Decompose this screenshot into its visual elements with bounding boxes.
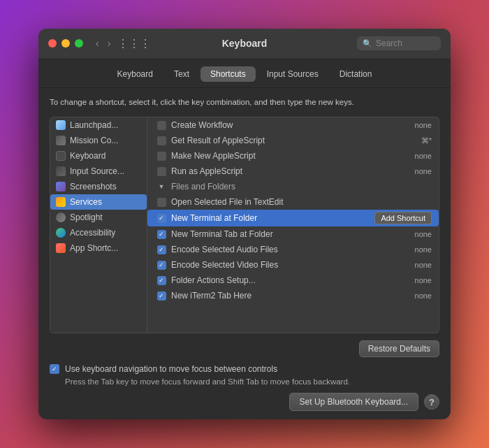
checkbox-area[interactable] <box>154 167 168 176</box>
keyboard-icon <box>56 151 66 161</box>
shortcut-label: Open Selected File in TextEdit <box>171 197 390 207</box>
tabs-bar: Keyboard Text Shortcuts Input Sources Di… <box>38 59 451 88</box>
search-icon: 🔍 <box>363 39 372 48</box>
sidebar-item-screenshots[interactable]: Screenshots <box>50 179 147 194</box>
checkbox-checked[interactable]: ✓ <box>157 261 166 270</box>
help-button[interactable]: ? <box>424 394 439 410</box>
back-button[interactable]: ‹ <box>93 36 102 50</box>
checkbox-area[interactable] <box>154 198 168 207</box>
sidebar-item-keyboard[interactable]: Keyboard <box>50 148 147 164</box>
checkbox-checked[interactable]: ✓ <box>157 230 166 239</box>
shortcut-label: New Terminal at Folder <box>171 213 374 223</box>
shortcut-row-open-selected[interactable]: Open Selected File in TextEdit <box>147 194 439 210</box>
checkbox-checked[interactable]: ✓ <box>157 276 166 285</box>
sidebar-item-mission[interactable]: Mission Co... <box>50 133 147 148</box>
shortcut-row-encode-audio[interactable]: ✓ Encode Selected Audio Files none <box>147 242 439 257</box>
checkbox-area[interactable]: ✓ <box>154 214 168 223</box>
shortcut-key: none <box>390 291 432 300</box>
add-shortcut-button[interactable]: Add Shortcut <box>374 212 432 224</box>
sidebar-item-label: Launchpad... <box>70 120 118 130</box>
grid-button[interactable]: ⋮⋮⋮ <box>117 37 151 50</box>
tab-text[interactable]: Text <box>164 66 199 82</box>
tab-shortcuts[interactable]: Shortcuts <box>200 66 256 82</box>
services-icon <box>56 197 66 207</box>
shortcut-row-get-result[interactable]: Get Result of AppleScript ⌘* <box>147 133 439 148</box>
sidebar-item-accessibility[interactable]: Accessibility <box>50 225 147 240</box>
sidebar-item-label: Keyboard <box>70 151 105 161</box>
checkbox-area[interactable]: ✓ <box>154 230 168 239</box>
shortcut-label: Create Workflow <box>171 120 390 130</box>
checkbox-area[interactable] <box>154 121 168 130</box>
shortcut-row-make-new[interactable]: Make New AppleScript none <box>147 148 439 164</box>
section-toggle[interactable]: ▼ <box>154 183 168 190</box>
sidebar-item-services[interactable]: Services <box>50 194 147 210</box>
sidebar-item-appshortcuts[interactable]: App Shortc... <box>50 240 147 256</box>
shortcut-label: Encode Selected Video Files <box>171 260 390 270</box>
traffic-lights <box>48 39 83 48</box>
checkbox-checked[interactable]: ✓ <box>157 245 166 254</box>
input-icon <box>56 166 66 176</box>
sidebar-item-launchpad[interactable]: Launchpad... <box>50 117 147 133</box>
search-box[interactable]: 🔍 Search <box>357 36 441 50</box>
sidebar-item-label: App Shortc... <box>70 243 118 253</box>
shortcut-label: New Terminal Tab at Folder <box>171 229 390 239</box>
sidebar: Launchpad... Mission Co... Keyboard Inpu… <box>50 117 147 333</box>
bluetooth-keyboard-button[interactable]: Set Up Bluetooth Keyboard... <box>289 393 418 411</box>
close-button[interactable] <box>48 39 57 48</box>
shortcut-row-new-terminal-tab[interactable]: ✓ New Terminal Tab at Folder none <box>147 226 439 242</box>
zoom-button[interactable] <box>75 39 83 48</box>
checkbox-empty[interactable] <box>157 167 166 176</box>
checkbox-area[interactable]: ✓ <box>154 245 168 254</box>
section-header-files-folders[interactable]: ▼ Files and Folders <box>147 179 439 194</box>
sidebar-item-spotlight[interactable]: Spotlight <box>50 210 147 225</box>
checkbox-empty[interactable] <box>157 121 166 130</box>
sidebar-item-input-source[interactable]: Input Source... <box>50 164 147 179</box>
checkbox-empty[interactable] <box>157 152 166 161</box>
nav-buttons: ‹ › <box>93 36 113 50</box>
nav-hint: Press the Tab key to move focus forward … <box>65 377 439 386</box>
checkbox-checked[interactable]: ✓ <box>157 291 166 301</box>
tab-dictation[interactable]: Dictation <box>330 66 382 82</box>
checkbox-area[interactable]: ✓ <box>154 261 168 270</box>
spotlight-icon <box>56 212 66 222</box>
mission-icon <box>56 136 66 145</box>
shortcut-row-run-as[interactable]: Run as AppleScript none <box>147 164 439 179</box>
shortcut-key: none <box>390 121 432 129</box>
tab-input-sources[interactable]: Input Sources <box>257 66 328 82</box>
content-area: To change a shortcut, select it, click t… <box>38 88 451 419</box>
forward-button[interactable]: › <box>105 36 114 50</box>
shortcut-row-iterm2[interactable]: ✓ New iTerm2 Tab Here none <box>147 288 439 303</box>
nav-keyboard-label: Use keyboard navigation to move focus be… <box>65 364 277 374</box>
nav-keyboard-checkbox[interactable]: ✓ <box>50 364 59 374</box>
shortcut-key: none <box>390 152 432 160</box>
footer-row: Set Up Bluetooth Keyboard... ? <box>50 393 439 411</box>
minimize-button[interactable] <box>61 39 70 48</box>
checkbox-area[interactable]: ✓ <box>154 276 168 285</box>
shortcut-row-create-workflow[interactable]: Create Workflow none <box>147 117 439 133</box>
checkbox-area[interactable]: ✓ <box>154 291 168 301</box>
shortcut-row-encode-video[interactable]: ✓ Encode Selected Video Files none <box>147 257 439 273</box>
appshortcuts-icon <box>56 243 66 253</box>
checkbox-empty[interactable] <box>157 136 166 145</box>
shortcut-label: Encode Selected Audio Files <box>171 245 390 254</box>
shortcut-label: Folder Actions Setup... <box>171 275 390 285</box>
nav-checkbox-row: ✓ Use keyboard navigation to move focus … <box>50 364 439 374</box>
shortcut-label: Run as AppleScript <box>171 166 390 176</box>
checkbox-empty[interactable] <box>157 198 166 207</box>
sidebar-item-label: Mission Co... <box>70 136 118 145</box>
sidebar-item-label: Spotlight <box>70 212 103 222</box>
section-label: Files and Folders <box>171 182 432 192</box>
shortcut-key: none <box>390 276 432 284</box>
shortcut-key: ⌘* <box>390 136 432 145</box>
accessibility-icon <box>56 228 66 238</box>
checkbox-area[interactable] <box>154 152 168 161</box>
tab-keyboard[interactable]: Keyboard <box>108 66 163 82</box>
checkbox-area[interactable] <box>154 136 168 145</box>
shortcut-label: New iTerm2 Tab Here <box>171 291 390 301</box>
search-placeholder: Search <box>376 38 402 48</box>
shortcut-row-folder-actions[interactable]: ✓ Folder Actions Setup... none <box>147 273 439 288</box>
checkbox-checked[interactable]: ✓ <box>157 214 166 223</box>
shortcut-row-new-terminal[interactable]: ✓ New Terminal at Folder Add Shortcut <box>147 210 439 226</box>
shortcut-label: Get Result of AppleScript <box>171 136 390 145</box>
restore-defaults-button[interactable]: Restore Defaults <box>359 340 439 357</box>
